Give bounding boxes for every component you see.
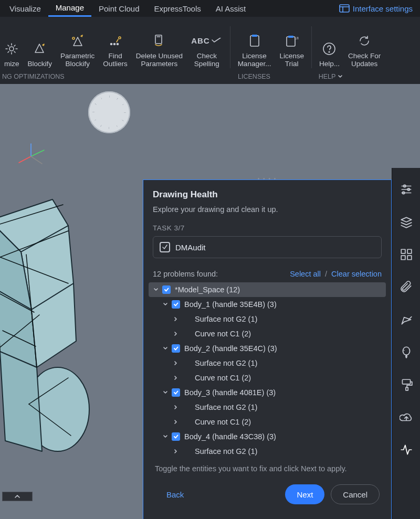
chevron-right-icon[interactable] — [172, 418, 180, 426]
svg-rect-13 — [288, 36, 293, 38]
menubar: Visualize Manage Point Cloud ExpressTool… — [0, 0, 420, 17]
tree-row[interactable]: Curve not C1 (2) — [149, 415, 386, 429]
layers-icon[interactable] — [400, 215, 413, 229]
tab-ai-assist[interactable]: AI Assist — [208, 1, 254, 16]
chevron-up-icon — [14, 494, 20, 499]
problems-tree: *Model_Space (12)Body_1 (handle 35E4B) (… — [143, 282, 391, 457]
attachment-icon[interactable] — [400, 280, 413, 294]
tree-label: Body_1 (handle 35E4B) (3) — [184, 300, 277, 309]
tab-point-cloud[interactable]: Point Cloud — [91, 1, 147, 16]
viewport-3d[interactable] — [0, 84, 141, 519]
checkbox[interactable] — [172, 300, 180, 309]
grid-icon[interactable] — [400, 248, 413, 261]
tree-label: Body_4 (handle 43C38) (3) — [184, 432, 276, 441]
tree-row[interactable]: Body_4 (handle 43C38) (3) — [149, 429, 386, 444]
clear-selection-link[interactable]: Clear selection — [331, 270, 382, 278]
ribbon-license-trial-button[interactable]: Lite License Trial — [275, 32, 308, 68]
panel-subtitle: Explore your drawing and clean it up. — [153, 205, 382, 214]
chevron-right-icon[interactable] — [172, 403, 180, 411]
ribbon-check-spelling-button[interactable]: ABC Check Spelling — [187, 32, 227, 68]
task-select[interactable]: DMAudit — [153, 236, 382, 258]
svg-rect-46 — [401, 256, 405, 260]
checkbox[interactable] — [172, 344, 180, 353]
ribbon-delete-unused-button[interactable]: Delete Unused Parameters — [132, 32, 187, 68]
svg-point-5 — [110, 43, 112, 45]
help-icon — [322, 42, 336, 56]
svg-line-18 — [19, 156, 31, 163]
tree-row[interactable]: Body_3 (handle 4081E) (3) — [149, 385, 386, 400]
tree-row[interactable]: Surface not G2 (1) — [149, 444, 386, 457]
chevron-right-icon[interactable] — [172, 374, 180, 382]
sliders-icon[interactable] — [400, 183, 413, 196]
ribbon-help-button[interactable]: Help... — [315, 40, 344, 68]
svg-rect-47 — [407, 256, 412, 260]
tree-label: Body_2 (handle 35E4C) (3) — [184, 344, 277, 353]
interface-settings-label: Interface settings — [353, 4, 413, 13]
chevron-down-icon[interactable] — [161, 388, 170, 397]
panel-drag-handle[interactable]: • • • • — [258, 176, 277, 182]
svg-rect-11 — [252, 35, 257, 37]
tree-row[interactable]: Surface not G2 (1) — [149, 400, 386, 415]
ribbon-parametric-blockify-button[interactable]: Parametric Blockify — [56, 32, 99, 68]
tree-label: *Model_Space (12) — [175, 285, 240, 294]
tree-row[interactable]: Surface not G2 (1) — [149, 356, 386, 370]
chevron-down-icon[interactable] — [152, 285, 160, 294]
svg-text:Lite: Lite — [295, 36, 299, 40]
tree-row[interactable]: Body_2 (handle 35E4C) (3) — [149, 341, 386, 356]
chevron-right-icon[interactable] — [172, 359, 180, 367]
checkbox[interactable] — [172, 432, 180, 441]
ribbon-label: mize — [4, 60, 19, 68]
svg-rect-10 — [250, 36, 259, 46]
cloud-upload-icon[interactable] — [400, 410, 413, 424]
parametric-blockify-icon — [70, 34, 85, 48]
tab-manage[interactable]: Manage — [48, 0, 91, 17]
ribbon-optimize-button[interactable]: mize — [0, 40, 24, 68]
ribbon-blockify-button[interactable]: Blockify — [24, 40, 57, 68]
tree-label: Curve not C1 (2) — [195, 330, 251, 338]
panel-title: Drawing Health — [153, 189, 382, 200]
paint-icon[interactable] — [400, 378, 413, 391]
chevron-right-icon[interactable] — [172, 315, 180, 323]
chevron-down-icon[interactable] — [161, 344, 170, 353]
ribbon-label: Check For Updates — [348, 52, 381, 68]
svg-point-8 — [119, 37, 121, 39]
ribbon-license-manager-button[interactable]: License Manager... — [234, 32, 276, 68]
tree-row[interactable]: *Model_Space (12) — [149, 282, 386, 297]
chevron-down-icon[interactable] — [161, 300, 170, 309]
interface-settings-button[interactable]: Interface settings — [339, 4, 418, 13]
tab-expresstools[interactable]: ExpressTools — [147, 1, 208, 16]
blockify-icon — [33, 42, 47, 56]
balloon-icon[interactable] — [400, 345, 413, 359]
chevron-right-icon[interactable] — [172, 447, 180, 456]
back-button[interactable]: Back — [155, 484, 195, 504]
cancel-button[interactable]: Cancel — [331, 484, 380, 504]
draw-icon[interactable] — [400, 313, 413, 326]
tree-label: Curve not C1 (2) — [195, 374, 251, 382]
tree-row[interactable]: Surface not G2 (1) — [149, 312, 386, 326]
ribbon-group-help[interactable]: HELP — [294, 73, 368, 80]
activity-icon[interactable] — [400, 443, 413, 457]
select-all-link[interactable]: Select all — [290, 270, 321, 278]
ribbon-find-outliers-button[interactable]: Find Outliers — [99, 32, 132, 68]
updates-icon — [358, 34, 371, 48]
tree-row[interactable]: Curve not C1 (2) — [149, 370, 386, 385]
svg-rect-45 — [407, 249, 412, 253]
checkbox[interactable] — [172, 388, 180, 397]
tree-row[interactable]: Curve not C1 (2) — [149, 326, 386, 341]
checkbox[interactable] — [162, 285, 171, 294]
svg-rect-44 — [401, 249, 405, 253]
chevron-right-icon[interactable] — [172, 330, 180, 338]
tree-row[interactable]: Body_1 (handle 35E4B) (3) — [149, 297, 386, 312]
svg-rect-50 — [402, 379, 410, 384]
ribbon-label: License Manager... — [238, 52, 271, 68]
axis-gizmo[interactable] — [13, 141, 49, 167]
svg-point-16 — [329, 52, 330, 53]
chevron-down-icon[interactable] — [161, 432, 170, 441]
right-tool-strip — [392, 168, 420, 519]
ribbon-check-updates-button[interactable]: Check For Updates — [344, 32, 385, 68]
svg-rect-51 — [405, 387, 407, 390]
compass-widget[interactable] — [88, 91, 130, 133]
tab-visualize[interactable]: Visualize — [2, 1, 48, 16]
viewport-expand-button[interactable] — [2, 492, 33, 501]
next-button[interactable]: Next — [285, 484, 324, 504]
